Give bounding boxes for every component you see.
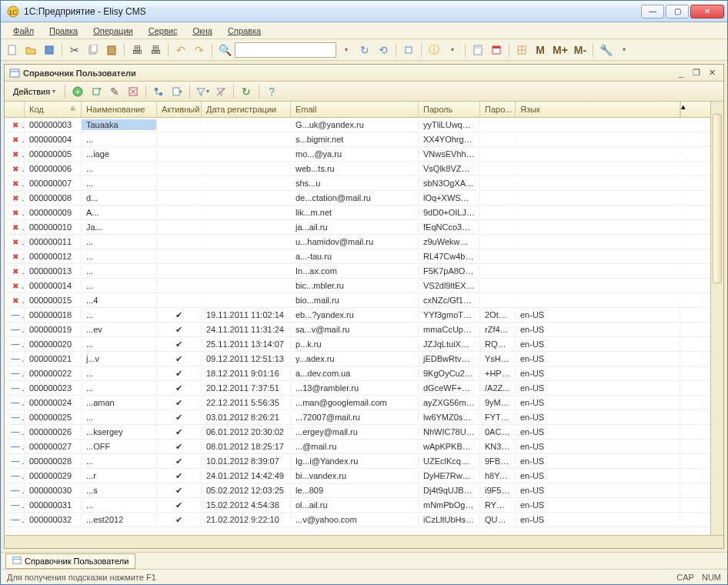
edit-icon[interactable]: ✎ — [106, 83, 123, 100]
table-row[interactable]: 000000030...s✔05.02.2012 12:03:25le...80… — [5, 483, 723, 498]
add-copy-icon[interactable]: + — [88, 83, 105, 100]
column-header-lang[interactable]: Язык — [516, 102, 680, 117]
help-icon[interactable]: ? — [263, 83, 280, 100]
table-row[interactable]: 000000010Ja...ja...ail.rufEqNCco3Yq... — [5, 220, 723, 235]
info-dropdown-icon[interactable]: ▾ — [444, 42, 461, 58]
menu-operations[interactable]: Операции — [87, 25, 139, 37]
table-row[interactable]: 000000003TauaakaG...uk@yandex.ruyyTliLUw… — [5, 118, 723, 132]
maximize-button[interactable]: ▢ — [666, 5, 689, 18]
menu-file[interactable]: Файл — [7, 25, 40, 37]
table-row[interactable]: 000000009A...lik...m.net9dD0+OILJsK... — [5, 206, 723, 220]
table-row[interactable]: 000000008d...de...ctation@mail.rulOq+XWS… — [5, 191, 723, 206]
cell-lang — [516, 285, 680, 286]
column-header-password[interactable]: Пароль — [419, 102, 480, 117]
bottom-tab-item[interactable]: Справочник Пользователи — [5, 553, 135, 569]
table-row[interactable]: 000000025...✔03.01.2012 8:26:21...72007@… — [5, 410, 723, 425]
print-preview-icon[interactable]: 🖶 — [147, 42, 164, 58]
table-row[interactable]: 000000015...4bio...mail.rucxNZc/Gf1z5... — [5, 293, 723, 308]
cut-icon[interactable]: ✂ — [66, 42, 83, 58]
panel-restore-button[interactable]: ❐ — [690, 67, 703, 79]
vertical-scrollbar[interactable] — [710, 102, 723, 535]
redo-icon[interactable]: ↷ — [191, 42, 208, 58]
menu-service[interactable]: Сервис — [142, 25, 184, 37]
table-row[interactable]: 000000029...r✔24.01.2012 14:42:49bi...va… — [5, 469, 723, 483]
minimize-button[interactable]: — — [641, 5, 664, 18]
table-row[interactable]: 000000005...iagemo...@ya.ruVNwsEVhhU... — [5, 147, 723, 162]
table-row[interactable]: 000000020...✔25.11.2011 13:14:07p...k.ru… — [5, 337, 723, 352]
horizontal-scrollbar[interactable] — [5, 535, 723, 548]
grid-body[interactable]: 000000003TauaakaG...uk@yandex.ruyyTliLUw… — [5, 118, 723, 535]
copy-icon[interactable] — [85, 42, 102, 58]
close-button[interactable]: ✕ — [690, 5, 724, 18]
menu-windows[interactable]: Окна — [186, 25, 219, 37]
calc-icon[interactable] — [469, 42, 486, 58]
cell-active: ✔ — [157, 500, 202, 511]
table-row[interactable]: 000000026...ksergey✔06.01.2012 20:30:02.… — [5, 425, 723, 440]
row-status-icon — [5, 454, 25, 468]
paste-icon[interactable] — [103, 42, 120, 58]
settings-dropdown-icon[interactable]: ▾ — [616, 42, 633, 58]
table-row[interactable]: 000000019...ev✔24.11.2011 11:31:24sa...v… — [5, 323, 723, 337]
hierarchy-icon[interactable] — [150, 83, 167, 100]
column-header-code[interactable]: Код≞ — [25, 102, 82, 117]
table-row[interactable]: 000000013...In...ax.comF5K7pA8Oz5j... — [5, 264, 723, 279]
save-icon[interactable] — [41, 42, 58, 58]
menu-help[interactable]: Справка — [222, 25, 267, 37]
cell-name: ...ksergey — [82, 426, 157, 437]
print-icon[interactable]: 🖶 — [129, 42, 145, 58]
column-header-active[interactable]: Активный — [157, 102, 202, 117]
table-row[interactable]: 000000031...✔15.02.2012 4:54:38ol...ail.… — [5, 498, 723, 513]
refresh-icon[interactable]: ↻ — [356, 42, 373, 58]
cell-active: ✔ — [157, 383, 202, 394]
column-header-email[interactable]: Email — [291, 102, 419, 117]
row-status-icon — [5, 147, 25, 161]
table-row[interactable]: 000000028...✔10.01.2012 8:39:07Ig...i@Ya… — [5, 454, 723, 469]
add-icon[interactable]: + — [69, 83, 86, 100]
column-header-icon[interactable] — [5, 102, 25, 117]
m-button[interactable]: M — [532, 42, 549, 58]
table-row[interactable]: 000000012...a...-tau.ruRL47Cw4bXa... — [5, 249, 723, 264]
column-header-name[interactable]: Наименование — [82, 102, 157, 117]
table-row[interactable]: 000000014...bic...mbler.ruVS2dl9ltEXhs..… — [5, 279, 723, 293]
table-row[interactable]: 000000023...✔20.12.2011 7:37:51...13@ram… — [5, 381, 723, 396]
undo-icon[interactable]: ↶ — [172, 42, 189, 58]
search-input[interactable] — [235, 42, 336, 58]
zoom-icon[interactable]: 🔍 — [216, 42, 233, 58]
panel-close-button[interactable]: ✕ — [705, 67, 719, 79]
table-row[interactable]: 000000007...shs...usbN3OgXA7Q... — [5, 176, 723, 191]
copy2-icon[interactable] — [400, 42, 417, 58]
new-doc-icon[interactable] — [4, 42, 21, 58]
filter-off-icon[interactable] — [212, 83, 229, 100]
table-row[interactable]: 000000018...✔19.11.2011 11:02:14eb...?ya… — [5, 308, 723, 323]
table-row[interactable]: 000000011...u...hamidov@mail.ruz9uWekwQD… — [5, 235, 723, 249]
column-header-date[interactable]: Дата регистрации — [202, 102, 291, 117]
open-icon[interactable] — [22, 42, 39, 58]
move-icon[interactable] — [169, 83, 185, 100]
table-row[interactable]: 000000032...est2012✔21.02.2012 9:22:10..… — [5, 513, 723, 527]
cell-email: u...hamidov@mail.ru — [291, 236, 419, 247]
table-row[interactable]: 000000024...aman✔22.12.2011 5:56:35...ma… — [5, 396, 723, 410]
m-minus-button[interactable]: M- — [572, 42, 589, 58]
table-row[interactable]: 000000006...web...ts.ruVsQlk8VZDki... — [5, 162, 723, 176]
filter-icon[interactable]: ▾ — [194, 83, 211, 100]
m-plus-button[interactable]: M+ — [550, 42, 570, 58]
delete-icon[interactable] — [125, 83, 142, 100]
table-row[interactable]: 000000027...OFF✔08.01.2012 18:25:17...@m… — [5, 440, 723, 454]
column-header-passq[interactable]: Паро... — [480, 102, 516, 117]
refresh-list-icon[interactable]: ↻ — [238, 83, 255, 100]
table-row[interactable]: 000000021j...v✔09.12.2011 12:51:13y...ad… — [5, 352, 723, 366]
scroll-thumb[interactable] — [713, 114, 722, 283]
search-dropdown-icon[interactable]: ▾ — [338, 42, 355, 58]
menu-edit[interactable]: Правка — [43, 25, 84, 37]
settings-icon[interactable]: 🔧 — [597, 42, 614, 58]
grid-icon[interactable] — [513, 42, 530, 58]
cell-code: 000000022 — [25, 368, 82, 379]
table-row[interactable]: 000000004...s...bigmir.netXX4YOhrghyo... — [5, 132, 723, 147]
cell-code: 000000031 — [25, 500, 82, 510]
nav-back-icon[interactable]: ⟲ — [375, 42, 392, 58]
info-icon[interactable]: ⓘ — [426, 42, 442, 58]
table-row[interactable]: 000000022...✔18.12.2011 9:01:16a...dev.c… — [5, 366, 723, 381]
panel-minimize-button[interactable]: _ — [674, 67, 688, 79]
actions-button[interactable]: Действия▾ — [8, 85, 61, 99]
calendar-icon[interactable] — [488, 42, 505, 58]
